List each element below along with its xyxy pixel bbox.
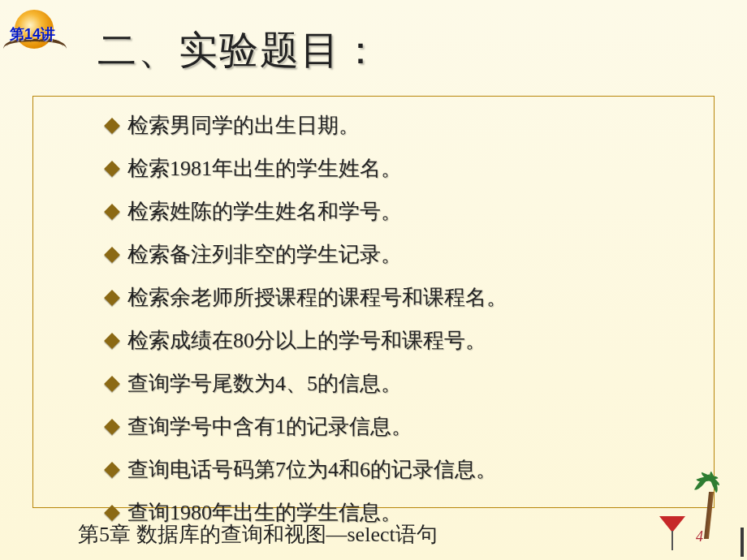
diamond-bullet-icon — [104, 333, 120, 349]
item-text: 检索姓陈的学生姓名和学号。 — [127, 197, 402, 226]
corner-line — [741, 528, 744, 557]
item-text: 查询学号中含有1的记录信息。 — [127, 412, 412, 441]
list-item: 检索男同学的出生日期。 — [106, 111, 641, 140]
item-text: 查询学号尾数为4、5的信息。 — [127, 369, 402, 398]
diamond-bullet-icon — [104, 462, 120, 478]
list-item: 检索1981年出生的学生姓名。 — [106, 154, 641, 183]
list-item: 查询学号尾数为4、5的信息。 — [106, 369, 641, 398]
list-item: 检索备注列非空的学生记录。 — [106, 240, 641, 269]
item-text: 查询电话号码第7位为4和6的记录信息。 — [127, 455, 497, 484]
item-text: 检索余老师所授课程的课程号和课程名。 — [127, 283, 507, 312]
list-item: 检索姓陈的学生姓名和学号。 — [106, 197, 641, 226]
item-text: 检索男同学的出生日期。 — [127, 111, 360, 140]
list-item: 检索成绩在80分以上的学号和课程号。 — [106, 326, 641, 355]
diamond-bullet-icon — [104, 247, 120, 263]
palm-leaves-icon — [690, 474, 723, 498]
item-text: 检索成绩在80分以上的学号和课程号。 — [127, 326, 486, 355]
diamond-bullet-icon — [104, 376, 120, 392]
diamond-bullet-icon — [104, 161, 120, 177]
lecture-number: 第14讲 — [10, 24, 55, 44]
list-item: 查询学号中含有1的记录信息。 — [106, 412, 641, 441]
list-item: 检索余老师所授课程的课程号和课程名。 — [106, 283, 641, 312]
diamond-bullet-icon — [104, 505, 120, 521]
palm-trunk-icon — [704, 492, 714, 539]
slide-title: 二、实验题目： — [97, 24, 382, 76]
diamond-bullet-icon — [104, 419, 120, 435]
diamond-bullet-icon — [104, 290, 120, 306]
item-text: 检索备注列非空的学生记录。 — [127, 240, 402, 269]
umbrella-icon — [659, 516, 685, 532]
diamond-bullet-icon — [104, 118, 120, 134]
list-item: 查询电话号码第7位为4和6的记录信息。 — [106, 455, 641, 484]
diamond-bullet-icon — [104, 204, 120, 220]
palm-decoration — [654, 466, 728, 539]
item-text: 检索1981年出生的学生姓名。 — [127, 154, 402, 183]
chapter-footer: 第5章 数据库的查询和视图—select语句 — [78, 520, 438, 549]
content-panel: 检索男同学的出生日期。 检索1981年出生的学生姓名。 检索姓陈的学生姓名和学号… — [32, 96, 715, 508]
